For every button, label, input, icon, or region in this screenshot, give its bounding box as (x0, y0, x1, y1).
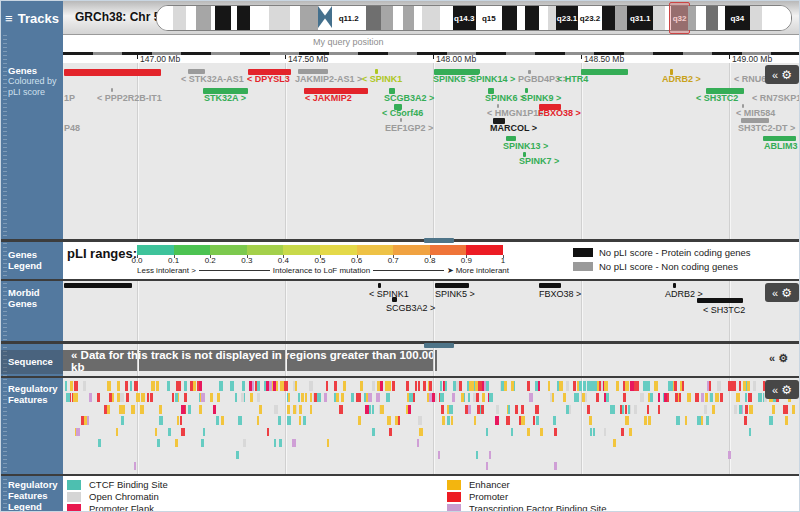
regulatory-feature-tick[interactable] (351, 393, 354, 402)
regulatory-feature-tick[interactable] (372, 405, 374, 414)
regulatory-feature-tick[interactable] (243, 439, 245, 447)
gene-label-SH3TC2-DT[interactable]: SH3TC2-DT > (738, 124, 795, 133)
regulatory-feature-tick[interactable] (504, 381, 508, 391)
gear-icon[interactable]: ⚙ (781, 383, 792, 397)
track-resize-handle[interactable] (424, 238, 454, 243)
chromosome-band[interactable] (318, 6, 332, 30)
chromosome-band[interactable] (750, 6, 762, 30)
regulatory-feature-tick[interactable] (658, 393, 660, 402)
regulatory-feature-tick[interactable] (553, 416, 556, 425)
regulatory-feature-tick[interactable] (159, 405, 161, 414)
regulatory-feature-tick[interactable] (594, 381, 598, 391)
collapse-track-icon[interactable]: « (772, 69, 778, 81)
gene-label-SPINK7[interactable]: SPINK7 > (519, 157, 559, 166)
regulatory-feature-tick[interactable] (293, 381, 295, 391)
regulatory-feature-tick[interactable] (419, 428, 423, 436)
regulatory-feature-tick[interactable] (461, 393, 464, 402)
regulatory-feature-tick[interactable] (372, 381, 375, 391)
regulatory-feature-tick[interactable] (710, 393, 713, 402)
regulatory-feature-tick[interactable] (279, 439, 282, 447)
regulatory-feature-tick[interactable] (566, 381, 569, 391)
regulatory-feature-tick[interactable] (242, 381, 245, 391)
regulatory-feature-tick[interactable] (213, 405, 216, 414)
regulatory-feature-tick[interactable] (482, 381, 484, 391)
regulatory-feature-tick[interactable] (676, 416, 680, 425)
regulatory-feature-tick[interactable] (172, 393, 174, 402)
regulatory-feature-tick[interactable] (176, 381, 180, 391)
regulatory-feature-tick[interactable] (447, 416, 450, 425)
gene-label-STK32A-AS1[interactable]: < STK32A-AS1 (181, 75, 244, 84)
regulatory-feature-tick[interactable] (372, 428, 375, 436)
chromosome-band[interactable] (696, 6, 706, 30)
gene-label-HTR4[interactable]: < HTR4 (557, 75, 588, 84)
gene-bar[interactable] (64, 69, 161, 76)
chromosome-band[interactable] (250, 6, 269, 30)
regulatory-feature-tick[interactable] (563, 393, 566, 402)
gene-label-EEF1GP2[interactable]: EEF1GP2 > (385, 124, 433, 133)
regulatory-feature-tick[interactable] (535, 405, 539, 414)
gene-label-ABLIM3[interactable]: ABLIM3 > (764, 142, 800, 151)
regulatory-feature-tick[interactable] (280, 381, 283, 391)
regulatory-feature-tick[interactable] (717, 381, 721, 391)
regulatory-feature-tick[interactable] (625, 416, 628, 425)
sidebar-item-sequence[interactable]: Sequence (8, 356, 61, 367)
regulatory-feature-tick[interactable] (634, 405, 637, 414)
regulatory-feature-tick[interactable] (474, 416, 476, 425)
regulatory-feature-tick[interactable] (753, 381, 756, 391)
regulatory-feature-tick[interactable] (552, 393, 555, 402)
regulatory-feature-tick[interactable] (326, 381, 328, 391)
genes-track-controls[interactable]: « ⚙ (765, 65, 799, 84)
regulatory-feature-tick[interactable] (707, 381, 709, 391)
regulatory-feature-tick[interactable] (201, 393, 205, 402)
regulatory-feature-tick[interactable] (252, 381, 254, 391)
gene-label-RN7SKP14[interactable]: < RN7SKP14 (752, 94, 800, 103)
regulatory-feature-tick[interactable] (341, 393, 345, 402)
gene-label-ADRB2[interactable]: ADRB2 > (662, 75, 701, 84)
gene-label-SH3TC2[interactable]: < SH3TC2 (696, 94, 738, 103)
chromosome-band[interactable] (688, 6, 696, 30)
regulatory-feature-tick[interactable] (554, 462, 557, 470)
regulatory-feature-tick[interactable] (334, 381, 337, 391)
chromosome-band[interactable] (237, 6, 250, 30)
regulatory-feature-tick[interactable] (121, 416, 123, 425)
regulatory-feature-tick[interactable] (449, 405, 453, 414)
regulatory-feature-tick[interactable] (496, 405, 499, 414)
regulatory-feature-tick[interactable] (107, 405, 111, 414)
regulatory-feature-tick[interactable] (303, 416, 306, 425)
regulatory-feature-tick[interactable] (155, 428, 157, 436)
regulatory-feature-tick[interactable] (180, 416, 182, 425)
regulatory-feature-tick[interactable] (398, 416, 401, 425)
regulatory-feature-tick[interactable] (630, 381, 633, 391)
regulatory-feature-tick[interactable] (477, 393, 479, 402)
regulatory-feature-tick[interactable] (705, 393, 709, 402)
chromosome-band-q14.3[interactable]: q14.3 (453, 6, 477, 30)
regulatory-feature-tick[interactable] (310, 405, 313, 414)
gene-bar-SH3TC2[interactable] (697, 298, 743, 303)
regulatory-feature-tick[interactable] (579, 381, 581, 391)
gene-label-MIR584[interactable]: < MIR584 (736, 109, 775, 118)
regulatory-feature-tick[interactable] (314, 393, 317, 402)
regulatory-feature-tick[interactable] (193, 381, 196, 391)
regulatory-feature-tick[interactable] (184, 393, 187, 402)
regulatory-feature-tick[interactable] (569, 405, 572, 414)
gene-label-C5orf46[interactable]: < C5orf46 (382, 109, 423, 118)
regulatory-feature-tick[interactable] (739, 405, 742, 414)
regulatory-feature-tick[interactable] (697, 416, 701, 425)
regulatory-feature-tick[interactable] (238, 416, 241, 425)
regulatory-feature-tick[interactable] (680, 381, 683, 391)
regulatory-feature-tick[interactable] (140, 405, 144, 414)
regulatory-feature-tick[interactable] (257, 381, 260, 391)
regulatory-feature-tick[interactable] (257, 393, 261, 402)
chromosome-band[interactable] (422, 6, 440, 30)
regulatory-feature-tick[interactable] (339, 405, 342, 414)
regulatory-feature-tick[interactable] (458, 381, 462, 391)
regulatory-feature-tick[interactable] (482, 393, 485, 402)
regulatory-feature-tick[interactable] (387, 416, 391, 425)
regulatory-feature-tick[interactable] (489, 393, 493, 402)
regulatory-feature-tick[interactable] (210, 393, 213, 402)
regulatory-feature-tick[interactable] (590, 428, 592, 436)
regulatory-feature-tick[interactable] (278, 416, 281, 425)
regulatory-feature-tick[interactable] (709, 381, 711, 391)
chromosome-band-q11.2[interactable]: q11.2 (332, 6, 366, 30)
collapse-track-icon[interactable]: « (772, 287, 778, 299)
